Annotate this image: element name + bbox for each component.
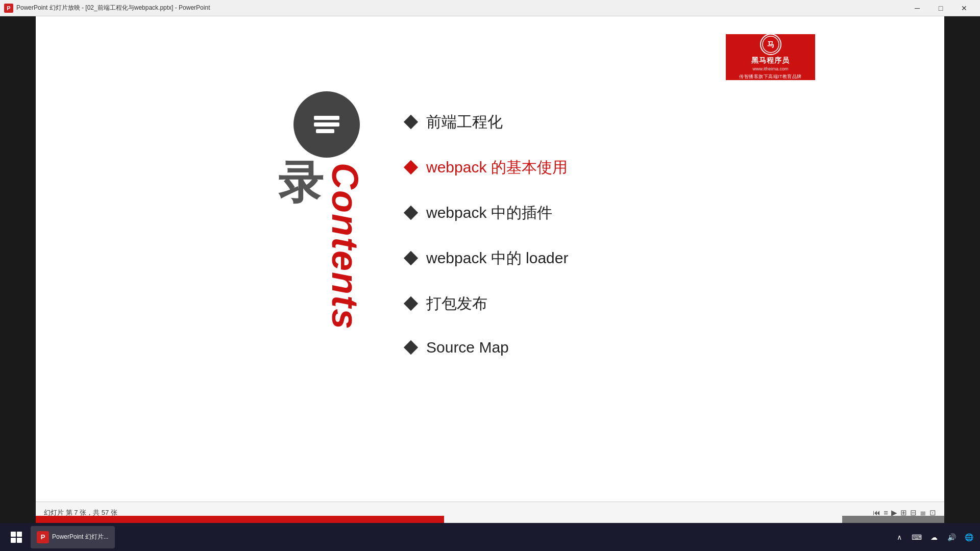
taskbar: P PowerPoint 幻灯片... ∧ ⌨ ☁ 🔊 🌐: [0, 523, 980, 551]
menu-item-2: webpack 的基本使用: [406, 157, 568, 178]
diamond-icon-5: [404, 296, 418, 311]
titlebar: P PowerPoint 幻灯片放映 - [02_前端工程化与webpack.p…: [0, 0, 980, 16]
menu-item-text-5: 打包发布: [426, 293, 487, 314]
logo-box: 马 黑马程序员 www.itheima.com 传智播客旗下高端IT教育品牌: [726, 34, 815, 80]
start-cell-4: [17, 538, 22, 543]
bottom-gray-bar: [842, 516, 944, 523]
menu-item-6: Source Map: [406, 339, 568, 356]
icon-list: [314, 116, 339, 133]
diamond-icon-4: [404, 251, 418, 265]
menu-item-text-3: webpack 中的插件: [426, 203, 552, 223]
slide: 马 黑马程序员 www.itheima.com 传智播客旗下高端IT教育品牌 录…: [156, 25, 824, 515]
icon-line-3: [316, 129, 334, 133]
logo-main-text: 黑马程序员: [751, 56, 790, 65]
menu-item-text-2: webpack 的基本使用: [426, 157, 568, 178]
logo-sub-text: www.itheima.com: [752, 66, 788, 71]
tray-chevron-icon[interactable]: ∧: [892, 530, 906, 544]
logo-slogan: 传智播客旗下高端IT教育品牌: [739, 73, 802, 80]
titlebar-left: P PowerPoint 幻灯片放映 - [02_前端工程化与webpack.p…: [4, 4, 210, 13]
maximize-button[interactable]: □: [929, 0, 952, 16]
taskbar-powerpoint-button[interactable]: P PowerPoint 幻灯片...: [31, 526, 115, 548]
slide-container: 马 黑马程序员 www.itheima.com 传智播客旗下高端IT教育品牌 录…: [36, 16, 944, 523]
svg-text:马: 马: [767, 40, 774, 48]
menu-items-list: 前端工程化webpack 的基本使用webpack 中的插件webpack 中的…: [406, 112, 568, 356]
start-cell-1: [11, 532, 16, 537]
logo-inner: 马 黑马程序员 www.itheima.com 传智播客旗下高端IT教育品牌: [739, 34, 802, 80]
menu-item-text-1: 前端工程化: [426, 112, 503, 133]
tray-volume-icon[interactable]: 🔊: [944, 530, 959, 544]
menu-item-3: webpack 中的插件: [406, 203, 568, 223]
start-button[interactable]: [4, 525, 29, 549]
menu-item-text-6: Source Map: [426, 339, 509, 356]
menu-item-text-4: webpack 中的 loader: [426, 248, 568, 269]
contents-icon-circle: [293, 91, 360, 158]
menu-item-5: 打包发布: [406, 293, 568, 314]
start-cell-3: [11, 538, 16, 543]
tray-network-icon[interactable]: 🌐: [962, 530, 976, 544]
start-cell-2: [17, 532, 22, 537]
titlebar-controls: ─ □ ✕: [905, 0, 976, 16]
icon-line-2: [314, 122, 339, 127]
powerpoint-icon: P: [4, 4, 13, 13]
tray-cloud-icon[interactable]: ☁: [927, 530, 941, 544]
minimize-button[interactable]: ─: [905, 0, 929, 16]
lu-character: 录: [278, 153, 323, 213]
taskbar-pp-icon: P: [37, 531, 49, 543]
menu-item-4: webpack 中的 loader: [406, 248, 568, 269]
diamond-icon-1: [404, 115, 418, 129]
diamond-icon-2: [404, 160, 418, 174]
diamond-icon-3: [404, 206, 418, 220]
close-button[interactable]: ✕: [952, 0, 976, 16]
menu-item-1: 前端工程化: [406, 112, 568, 133]
tray-keyboard-icon[interactable]: ⌨: [910, 530, 924, 544]
bottom-red-bar: [36, 516, 444, 523]
taskbar-right-area: ∧ ⌨ ☁ 🔊 🌐: [892, 530, 976, 544]
windows-logo: [11, 532, 22, 543]
contents-vertical-text: Contents: [324, 163, 366, 330]
icon-line-1: [314, 116, 339, 120]
titlebar-title: PowerPoint 幻灯片放映 - [02_前端工程化与webpack.ppt…: [16, 4, 210, 12]
taskbar-powerpoint-label: PowerPoint 幻灯片...: [52, 533, 109, 541]
logo-horse-icon: 马: [760, 34, 781, 55]
diamond-icon-6: [404, 340, 418, 354]
